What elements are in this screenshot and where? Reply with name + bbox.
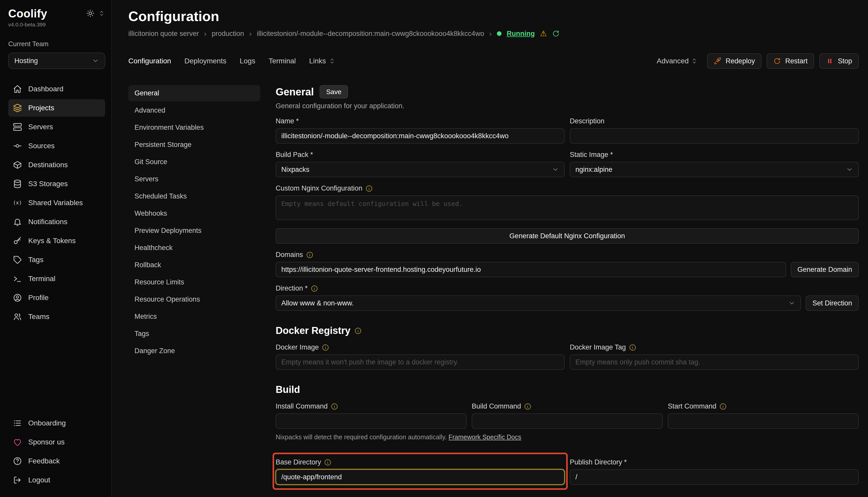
- sidebar-item-onboarding[interactable]: Onboarding: [8, 414, 105, 432]
- info-icon[interactable]: [366, 185, 373, 192]
- sidebar-item-dashboard[interactable]: Dashboard: [8, 80, 105, 98]
- sidebar-item-feedback[interactable]: Feedback: [8, 452, 105, 470]
- section-subtitle: General configuration for your applicati…: [276, 102, 859, 110]
- warning-icon[interactable]: ⚠: [540, 30, 547, 38]
- tab-links[interactable]: Links: [309, 57, 336, 65]
- heart-icon: [13, 438, 22, 447]
- chevrons-up-down-icon[interactable]: [98, 10, 105, 17]
- breadcrumb-project[interactable]: illicitonion quote server: [128, 30, 199, 38]
- subnav-scheduled-tasks[interactable]: Scheduled Tasks: [128, 188, 260, 204]
- build-note: Nixpacks will detect the required config…: [276, 434, 859, 441]
- build-command-input[interactable]: [472, 413, 663, 429]
- sidebar-item-label: Servers: [28, 123, 53, 131]
- description-input[interactable]: [570, 128, 859, 144]
- info-icon[interactable]: [719, 403, 727, 410]
- sidebar-item-destinations[interactable]: Destinations: [8, 156, 105, 174]
- sidebar-item-sources[interactable]: Sources: [8, 137, 105, 155]
- subnav-general[interactable]: General: [128, 85, 260, 101]
- tab-configuration[interactable]: Configuration: [128, 57, 171, 65]
- start-command-input[interactable]: [668, 413, 859, 429]
- sidebar-item-tags[interactable]: Tags: [8, 251, 105, 269]
- subnav-tags[interactable]: Tags: [128, 326, 260, 342]
- subnav-resource-limits[interactable]: Resource Limits: [128, 274, 260, 290]
- subnav-webhooks[interactable]: Webhooks: [128, 205, 260, 222]
- sidebar-item-servers[interactable]: Servers: [8, 118, 105, 136]
- restart-label: Restart: [785, 57, 808, 65]
- info-icon[interactable]: [306, 251, 313, 258]
- sidebar-item-sponsor[interactable]: Sponsor us: [8, 434, 105, 451]
- name-input[interactable]: [276, 128, 565, 144]
- tab-label: Logs: [240, 57, 256, 65]
- chevron-down-icon: [846, 166, 853, 173]
- chevron-right-icon: ›: [249, 29, 252, 38]
- subnav-git-source[interactable]: Git Source: [128, 154, 260, 170]
- generate-nginx-button[interactable]: Generate Default Nginx Configuration: [276, 228, 859, 244]
- publish-directory-input[interactable]: [570, 469, 859, 485]
- subnav-preview-deployments[interactable]: Preview Deployments: [128, 223, 260, 239]
- set-direction-button[interactable]: Set Direction: [805, 295, 859, 311]
- framework-docs-link[interactable]: Framework Specific Docs: [449, 434, 521, 441]
- sidebar-item-keys-tokens[interactable]: Keys & Tokens: [8, 232, 105, 250]
- stop-button[interactable]: Stop: [819, 53, 859, 69]
- subnav-servers[interactable]: Servers: [128, 171, 260, 187]
- breadcrumb-application[interactable]: illicitestonion/-module--decomposition:m…: [257, 30, 484, 38]
- info-icon[interactable]: [524, 403, 531, 410]
- refresh-icon[interactable]: [552, 30, 560, 38]
- sidebar-item-profile[interactable]: Profile: [8, 289, 105, 307]
- sidebar-item-notifications[interactable]: Notifications: [8, 213, 105, 230]
- subnav-advanced[interactable]: Advanced: [128, 102, 260, 118]
- custom-nginx-label: Custom Nginx Configuration: [276, 184, 859, 192]
- install-command-input[interactable]: [276, 413, 467, 429]
- base-directory-label: Base Directory: [276, 458, 565, 466]
- sidebar-item-shared-variables[interactable]: (x) Shared Variables: [8, 194, 105, 212]
- static-image-select[interactable]: nginx:alpine: [570, 162, 859, 177]
- docker-image-tag-label-text: Docker Image Tag: [570, 343, 626, 351]
- sidebar-footer: Onboarding Sponsor us Feedback Logout: [8, 414, 105, 489]
- breadcrumb-environment[interactable]: production: [212, 30, 244, 38]
- info-icon[interactable]: [331, 403, 338, 410]
- sidebar-item-teams[interactable]: Teams: [8, 308, 105, 325]
- tab-logs[interactable]: Logs: [240, 57, 256, 65]
- team-select[interactable]: Hosting: [8, 53, 105, 69]
- docker-image-input[interactable]: [276, 354, 565, 370]
- domains-input[interactable]: [276, 262, 786, 277]
- tab-deployments[interactable]: Deployments: [184, 57, 226, 65]
- subnav-metrics[interactable]: Metrics: [128, 309, 260, 325]
- sidebar-item-projects[interactable]: Projects: [8, 99, 105, 117]
- settings-subnav: General Advanced Environment Variables P…: [128, 85, 260, 497]
- sidebar-item-terminal[interactable]: Terminal: [8, 270, 105, 287]
- docker-image-tag-input[interactable]: [570, 354, 859, 370]
- generate-domain-button[interactable]: Generate Domain: [791, 262, 859, 277]
- base-directory-input[interactable]: [276, 469, 565, 485]
- advanced-dropdown[interactable]: Advanced: [657, 57, 698, 65]
- install-command-label: Install Command: [276, 402, 467, 410]
- build-pack-select[interactable]: Nixpacks: [276, 162, 565, 177]
- start-command-label: Start Command: [668, 402, 859, 410]
- subnav-environment-variables[interactable]: Environment Variables: [128, 119, 260, 136]
- subnav-rollback[interactable]: Rollback: [128, 257, 260, 273]
- restart-button[interactable]: Restart: [767, 53, 814, 69]
- info-icon[interactable]: [324, 459, 331, 466]
- direction-select[interactable]: Allow www & non-www.: [276, 295, 801, 311]
- custom-nginx-textarea[interactable]: [276, 195, 859, 220]
- info-icon[interactable]: [311, 285, 318, 292]
- base-directory-label-text: Base Directory: [276, 458, 321, 466]
- tab-terminal[interactable]: Terminal: [269, 57, 296, 65]
- subnav-persistent-storage[interactable]: Persistent Storage: [128, 137, 260, 153]
- home-icon: [13, 84, 22, 94]
- theme-sun-icon[interactable]: [86, 9, 94, 17]
- chevron-right-icon: ›: [489, 29, 492, 38]
- subnav-resource-operations[interactable]: Resource Operations: [128, 291, 260, 308]
- subnav-danger-zone[interactable]: Danger Zone: [128, 343, 260, 359]
- subnav-healthcheck[interactable]: Healthcheck: [128, 240, 260, 256]
- sidebar-item-logout[interactable]: Logout: [8, 471, 105, 489]
- sidebar-item-label: Shared Variables: [28, 199, 83, 207]
- info-icon[interactable]: [322, 344, 329, 351]
- status-badge[interactable]: Running: [507, 30, 535, 38]
- info-icon[interactable]: [629, 344, 636, 351]
- save-button[interactable]: Save: [319, 85, 348, 98]
- info-icon[interactable]: [355, 327, 362, 335]
- sidebar-item-s3-storages[interactable]: S3 Storages: [8, 175, 105, 193]
- redeploy-button[interactable]: Redeploy: [707, 53, 761, 69]
- server-icon: [13, 122, 22, 131]
